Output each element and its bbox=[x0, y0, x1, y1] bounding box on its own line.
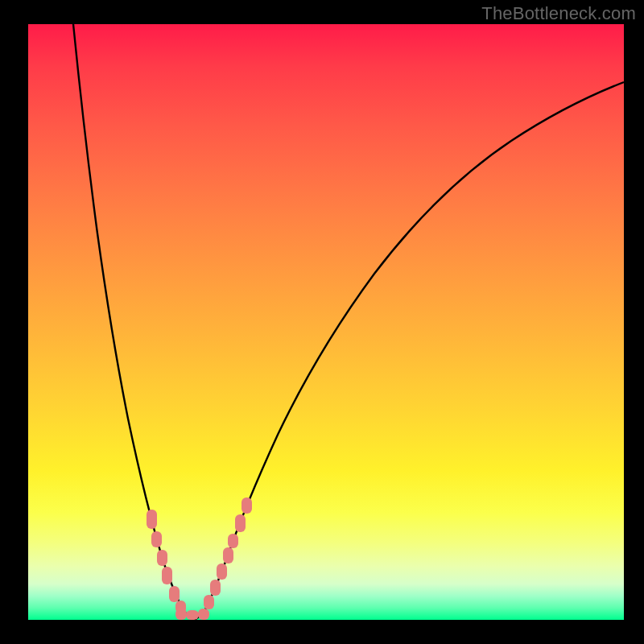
data-marker bbox=[228, 534, 238, 548]
watermark-text: TheBottleneck.com bbox=[481, 3, 636, 24]
data-marker bbox=[198, 609, 209, 620]
data-marker bbox=[223, 547, 233, 564]
data-marker bbox=[210, 580, 221, 596]
data-marker bbox=[175, 609, 187, 620]
chart-container: TheBottleneck.com bbox=[0, 0, 644, 644]
data-marker bbox=[242, 497, 252, 514]
data-marker bbox=[217, 564, 227, 580]
data-marker bbox=[186, 610, 199, 620]
plot-area bbox=[28, 24, 624, 620]
data-marker bbox=[235, 514, 246, 532]
data-marker bbox=[151, 531, 162, 547]
data-marker bbox=[204, 595, 214, 609]
data-marker bbox=[157, 550, 167, 566]
left-curve-branch bbox=[73, 24, 194, 620]
data-marker bbox=[162, 567, 172, 584]
data-marker bbox=[147, 510, 157, 529]
data-marker bbox=[169, 586, 180, 602]
curve-layer bbox=[28, 24, 624, 620]
right-curve-branch bbox=[194, 82, 624, 620]
